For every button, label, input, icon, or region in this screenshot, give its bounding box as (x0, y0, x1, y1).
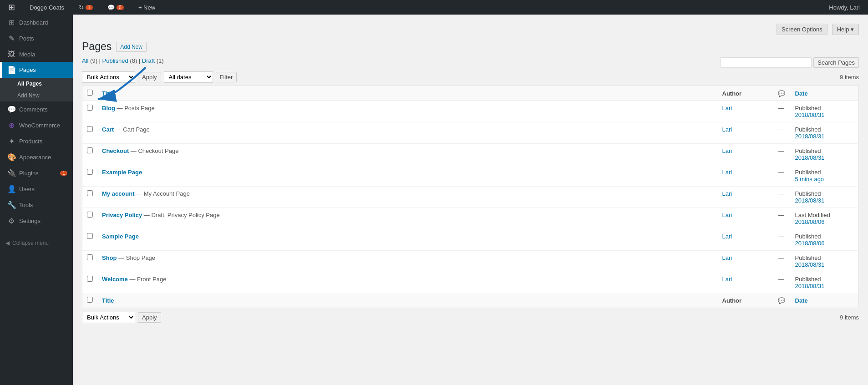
author-link[interactable]: Lari (722, 254, 732, 261)
submenu-add-new[interactable]: Add New (0, 90, 73, 101)
new-item[interactable]: + New (135, 0, 159, 15)
apply-button-bottom[interactable]: Apply (138, 312, 161, 323)
submenu-all-pages[interactable]: All Pages (0, 78, 73, 90)
top-toolbar: Bulk Actions Edit Move to Trash Apply Al… (82, 71, 859, 83)
row-date-cell: Published 5 mins ago (791, 165, 859, 187)
table-row: Sample Page Lari — Published 2018/08/06 (82, 229, 859, 251)
filter-draft-count: (1) (157, 57, 164, 64)
sidebar-item-label: Comments (19, 106, 48, 113)
updates-item[interactable]: ↻ 1 (75, 0, 96, 15)
row-date-cell: Published 2018/08/31 (791, 251, 859, 272)
sidebar-item-settings[interactable]: ⚙ Settings (0, 213, 73, 229)
sidebar-item-label: Dashboard (19, 19, 48, 26)
sidebar-item-woocommerce[interactable]: ⊕ WooCommerce (0, 117, 73, 133)
date-value[interactable]: 2018/08/31 (795, 111, 825, 118)
author-link[interactable]: Lari (722, 190, 732, 197)
comments-item[interactable]: 💬 0 (104, 0, 127, 15)
wp-logo[interactable]: ⊞ (5, 0, 19, 15)
select-all-checkbox-foot[interactable] (87, 297, 93, 303)
row-checkbox[interactable] (87, 147, 93, 153)
search-input[interactable] (721, 57, 812, 68)
author-link[interactable]: Lari (722, 212, 732, 218)
help-button[interactable]: Help ▾ (832, 24, 859, 35)
date-sort-link-foot[interactable]: Date (795, 297, 808, 304)
row-checkbox[interactable] (87, 169, 93, 175)
filter-button[interactable]: Filter (216, 72, 237, 82)
date-value[interactable]: 5 mins ago (795, 176, 824, 182)
row-checkbox[interactable] (87, 276, 93, 282)
col-comments: 💬 (772, 86, 791, 101)
sidebar-item-media[interactable]: 🖼 Media (0, 46, 73, 62)
bulk-actions-select[interactable]: Bulk Actions Edit Move to Trash (82, 71, 135, 83)
author-link[interactable]: Lari (722, 105, 732, 111)
page-title-link[interactable]: My account (102, 190, 135, 197)
row-checkbox[interactable] (87, 105, 93, 111)
row-checkbox[interactable] (87, 254, 93, 260)
author-link[interactable]: Lari (722, 276, 732, 283)
page-title-link[interactable]: Cart (102, 126, 114, 133)
date-value[interactable]: 2018/08/31 (795, 133, 825, 140)
sidebar-item-tools[interactable]: 🔧 Tools (0, 197, 73, 213)
sidebar-item-users[interactable]: 👤 Users (0, 181, 73, 197)
author-link[interactable]: Lari (722, 147, 732, 154)
date-sort-link[interactable]: Date (795, 90, 808, 97)
date-value[interactable]: 2018/08/06 (795, 240, 825, 247)
row-checkbox[interactable] (87, 126, 93, 132)
sidebar-item-plugins[interactable]: 🔌 Plugins 1 (0, 165, 73, 181)
row-author-cell: Lari (718, 187, 772, 208)
author-link[interactable]: Lari (722, 233, 732, 240)
page-title-link[interactable]: Example Page (102, 169, 142, 176)
screen-options-button[interactable]: Screen Options (777, 24, 827, 35)
row-author-cell: Lari (718, 208, 772, 229)
row-checkbox[interactable] (87, 212, 93, 218)
page-title-link[interactable]: Welcome (102, 276, 128, 283)
title-sort-link[interactable]: Title (102, 90, 114, 97)
sidebar-item-appearance[interactable]: 🎨 Appearance (0, 149, 73, 165)
date-value[interactable]: 2018/08/06 (795, 218, 825, 225)
appearance-icon: 🎨 (7, 153, 15, 162)
row-title-cell: Cart — Cart Page (97, 122, 718, 144)
page-title-link[interactable]: Privacy Policy (102, 212, 142, 218)
date-status: Published (795, 147, 821, 154)
page-title-link[interactable]: Blog (102, 105, 115, 111)
page-subtitle: — Cart Page (116, 126, 150, 133)
filter-published[interactable]: Published (102, 57, 128, 64)
page-title-link[interactable]: Checkout (102, 147, 129, 154)
date-value[interactable]: 2018/08/31 (795, 197, 825, 204)
author-link[interactable]: Lari (722, 126, 732, 133)
sidebar-item-posts[interactable]: ✎ Posts (0, 30, 73, 46)
row-author-cell: Lari (718, 251, 772, 272)
collapse-menu[interactable]: ◀ Collapse menu (0, 236, 73, 250)
collapse-label: Collapse menu (12, 240, 49, 246)
add-new-button[interactable]: Add New (116, 42, 147, 52)
apply-button-top[interactable]: Apply (138, 72, 161, 82)
row-comments-cell: — (772, 144, 791, 165)
title-sort-link-foot[interactable]: Title (102, 297, 114, 304)
filter-all[interactable]: All (82, 57, 88, 64)
bulk-actions-select-bottom[interactable]: Bulk Actions Edit Move to Trash (82, 312, 135, 323)
sidebar-item-products[interactable]: ✦ Products (0, 133, 73, 149)
date-value[interactable]: 2018/08/31 (795, 261, 825, 268)
howdy-item[interactable]: Howdy, Lari (825, 0, 863, 15)
date-value[interactable]: 2018/08/31 (795, 154, 825, 161)
author-link[interactable]: Lari (722, 169, 732, 176)
admin-bar: ⊞ Doggo Coats ↻ 1 💬 0 + New Howdy, Lari (0, 0, 868, 15)
page-title-link[interactable]: Sample Page (102, 233, 139, 240)
select-all-checkbox[interactable] (87, 90, 93, 96)
page-title-link[interactable]: Shop (102, 254, 117, 261)
date-value[interactable]: 2018/08/31 (795, 283, 825, 289)
date-filter-select[interactable]: All dates August 2018 (164, 71, 213, 83)
site-name[interactable]: Doggo Coats (26, 0, 68, 15)
comments-count: 0 (117, 5, 124, 10)
row-checkbox-cell (82, 165, 98, 187)
search-button[interactable]: Search Pages (813, 57, 859, 68)
sidebar-item-comments[interactable]: 💬 Comments (0, 101, 73, 117)
col-date-foot: Date (791, 293, 859, 308)
sidebar-item-pages[interactable]: 📄 Pages (0, 62, 73, 78)
filter-draft[interactable]: Draft (142, 57, 155, 64)
row-checkbox[interactable] (87, 190, 93, 196)
col-title: Title (97, 86, 718, 101)
sidebar-item-dashboard[interactable]: ⊞ Dashboard (0, 15, 73, 30)
row-checkbox[interactable] (87, 233, 93, 239)
col-date: Date (791, 86, 859, 101)
